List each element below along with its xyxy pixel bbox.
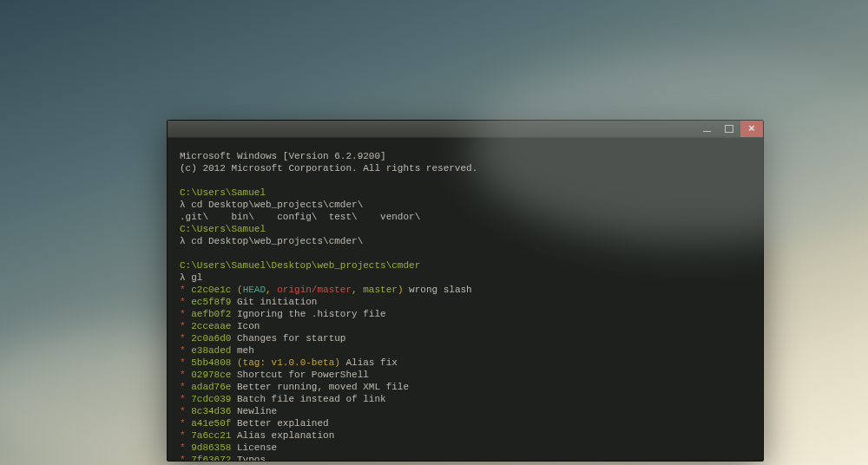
git-log-entry: * 2c0a6d0 Changes for startup: [180, 332, 751, 344]
prompt-command: λ cd Desktop\web_projects\cmder\: [180, 199, 751, 211]
prompt-path: C:\Users\Samuel: [180, 187, 751, 199]
prompt-command: λ cd Desktop\web_projects\cmder\: [180, 235, 751, 247]
git-log-entry: * 7a6cc21 Alias explanation: [180, 429, 751, 442]
git-log-entry: * a41e50f Better explained: [180, 417, 751, 429]
git-log-entry: * 8c34d36 Newline: [180, 405, 751, 417]
git-log-entry: * adad76e Better running, moved XML file: [180, 381, 751, 393]
git-log-entry: * 02978ce Shortcut for PowerShell: [180, 369, 751, 381]
terminal-window: Microsoft Windows [Version 6.2.9200](c) …: [167, 120, 764, 462]
close-button[interactable]: [740, 121, 763, 137]
git-log-entry: * 5bb4808 (tag: v1.0.0-beta) Alias fix: [180, 357, 751, 369]
minimize-button[interactable]: [695, 121, 718, 137]
git-log-entry: * 7cdc039 Batch file instead of link: [180, 393, 751, 405]
git-log-entry: * e38aded meh: [180, 344, 751, 357]
git-log-entry: * 7f63672 Typos: [180, 454, 751, 461]
copyright-line: (c) 2012 Microsoft Corporation. All righ…: [180, 162, 751, 174]
terminal-output[interactable]: Microsoft Windows [Version 6.2.9200](c) …: [168, 138, 763, 461]
git-log-entry: * ec5f8f9 Git initiation: [180, 296, 751, 308]
prompt-path: C:\Users\Samuel\Desktop\web_projects\cmd…: [180, 259, 751, 272]
git-log-entry: * 2cceaae Icon: [180, 320, 751, 332]
git-log-entry: * aefb0f2 Ignoring the .history file: [180, 308, 751, 320]
prompt-command: λ gl: [180, 272, 751, 284]
os-version-line: Microsoft Windows [Version 6.2.9200]: [180, 150, 751, 162]
maximize-button[interactable]: [718, 121, 740, 137]
git-log-entry: * 9d86358 License: [180, 442, 751, 454]
prompt-path: C:\Users\Samuel: [180, 223, 751, 235]
titlebar[interactable]: [168, 121, 763, 138]
git-log-head: * c2c0e1c (HEAD, origin/master, master) …: [180, 284, 751, 296]
terminal-line: [180, 174, 751, 187]
terminal-line: [180, 247, 751, 259]
dir-listing: .git\ bin\ config\ test\ vendor\: [180, 211, 751, 223]
